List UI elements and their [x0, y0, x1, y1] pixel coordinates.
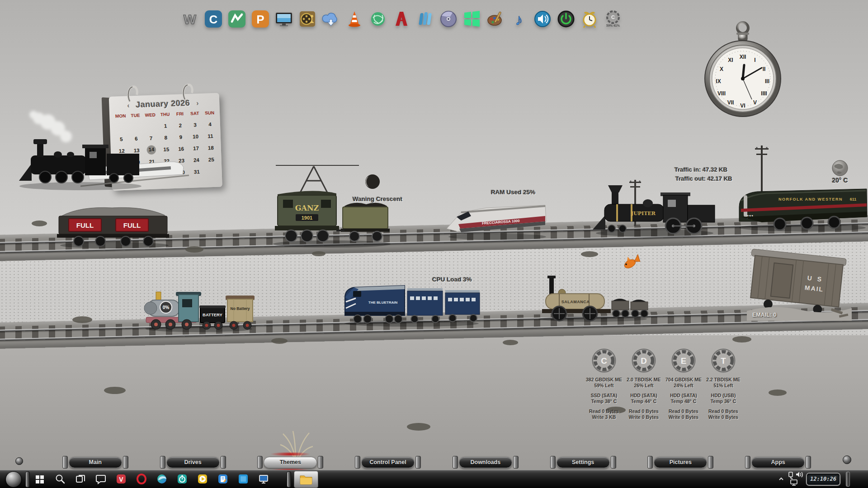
calendar-empty-cell	[204, 171, 219, 172]
pipe-cap	[318, 456, 323, 469]
music-note-icon[interactable]: ♪	[509, 9, 529, 29]
theme-button-pictures[interactable]: Pictures	[654, 457, 707, 468]
svg-text:611: 611	[850, 197, 857, 202]
norfolk-western-loco: 611 NORFOLK AND WESTERN 611	[735, 181, 868, 232]
theme-bar: MainDrivesThemesControl PanelDownloadsSe…	[0, 455, 868, 470]
theme-button-wrap: Downloads	[452, 456, 519, 469]
calendar-date[interactable]: 18	[203, 143, 219, 153]
disk-gauge-t[interactable]: T 2.2 TBDISK ME 51% Left HDD (USB) Temp …	[703, 347, 743, 420]
edge-icon[interactable]	[156, 474, 167, 484]
pipe-cap	[123, 456, 128, 469]
ram-usage-label: RAM Used 25%	[491, 189, 535, 196]
svg-text:C: C	[209, 13, 218, 26]
svg-text:THE BLUETRAIN: THE BLUETRAIN	[368, 300, 398, 305]
ganz-tender	[336, 203, 390, 241]
disk-ring-icon: C	[590, 347, 618, 374]
chat-icon[interactable]	[95, 474, 106, 484]
power-button-icon[interactable]	[556, 9, 576, 29]
metal-w-icon[interactable]: W	[180, 9, 200, 29]
theme-button-wrap: Themes	[256, 456, 324, 469]
calendar-next-button[interactable]: ›	[196, 99, 199, 107]
calendar-date[interactable]: 31	[189, 167, 205, 177]
drive-c-gauge-icon[interactable]: C 59% 41%	[603, 9, 623, 29]
pocket-watch-widget[interactable]: XIII IIIII IIIIV VIVII VIIIIX XXI	[702, 15, 783, 128]
stopwatch-icon[interactable]	[177, 474, 188, 484]
windows-start-icon[interactable]	[34, 474, 45, 484]
adobe-reader-icon[interactable]	[392, 9, 411, 29]
battery-train-widget[interactable]: 0% BATTERY No Battery	[142, 279, 255, 333]
pipe-cap	[806, 456, 811, 469]
svg-text:XI: XI	[728, 57, 733, 63]
theme-button-wrap: Main	[61, 456, 129, 469]
theme-button-downloads[interactable]: Downloads	[459, 457, 512, 468]
calendar-date[interactable]: 4	[203, 120, 218, 129]
svg-text:♪: ♪	[515, 11, 523, 28]
taskbar-divider	[25, 471, 30, 488]
corner-orb-button[interactable]	[843, 455, 851, 464]
film-reel-icon[interactable]	[297, 9, 317, 29]
calendar-date[interactable]: 25	[203, 155, 219, 164]
bush	[407, 423, 430, 431]
theme-button-themes[interactable]: Themes	[264, 457, 317, 468]
blue-waves-icon[interactable]	[415, 9, 435, 29]
disk-size-name: 2.2 TBDISK ME	[703, 377, 743, 383]
monitor-icon[interactable]	[274, 9, 294, 29]
vlc-cone-icon[interactable]	[344, 9, 364, 29]
alarm-clock-icon[interactable]	[580, 9, 599, 29]
calendar-date[interactable]: 11	[203, 131, 218, 141]
svg-text:VII: VII	[727, 99, 734, 106]
disk-temp: Temp 36° C	[703, 399, 743, 404]
paint-palette-icon[interactable]	[486, 9, 505, 29]
vivaldi-icon[interactable]: V	[116, 474, 127, 484]
remote-desktop-icon[interactable]	[258, 474, 269, 484]
theme-button-main[interactable]: Main	[69, 457, 122, 468]
battery-tender: BATTERY	[199, 305, 226, 329]
app-dock: W C P	[180, 7, 623, 31]
disk-gauge-e[interactable]: E 704 GBDISK ME 24% Left HDD (SATA) Temp…	[664, 347, 703, 420]
cloud-download-icon[interactable]	[321, 9, 341, 29]
disk-type: HDD (SATA)	[664, 393, 703, 399]
svg-text:VIII: VIII	[717, 90, 726, 97]
speaker-icon[interactable]	[533, 9, 552, 29]
disk-read: Read 0 Bytes	[664, 408, 703, 414]
taskbar: V	[0, 470, 868, 488]
svg-text:SALAMANCA: SALAMANCA	[561, 300, 590, 304]
windows-logo-icon[interactable]	[462, 9, 482, 29]
svg-text:IIII: IIII	[761, 90, 767, 97]
notes-icon[interactable]	[217, 474, 228, 484]
disk-gauge-d[interactable]: D 2.0 TBDISK ME 26% Left HDD (SATA) Temp…	[624, 347, 664, 420]
theme-button-wrap: Pictures	[646, 456, 714, 469]
dvd-disc-icon[interactable]	[439, 9, 458, 29]
search-icon[interactable]	[55, 474, 66, 484]
disk-type: SSD (SATA)	[584, 393, 624, 399]
svg-text:P: P	[256, 13, 264, 26]
orange-p-icon[interactable]: P	[250, 9, 270, 29]
theme-button-settings[interactable]: Settings	[557, 457, 610, 468]
disk-gauge-c[interactable]: C 382 GBDISK ME 59% Left SSD (SATA) Temp…	[584, 347, 624, 420]
opera-icon[interactable]	[136, 474, 147, 484]
tray-chevron-icon[interactable]	[778, 476, 784, 482]
passenger-car	[407, 288, 443, 323]
theme-button-drives[interactable]: Drives	[166, 457, 220, 468]
disk-ring-icon: T	[710, 347, 737, 374]
disk-free-percent: 24% Left	[664, 383, 703, 389]
start-orb-button[interactable]	[5, 471, 22, 488]
blue-app-icon[interactable]	[238, 474, 249, 484]
smoke-plume	[29, 111, 72, 142]
disk-write: Write 0 Bytes	[703, 414, 743, 420]
theme-button-apps[interactable]: Apps	[751, 457, 805, 468]
taskbar-clock[interactable]: 12:10:26 am	[807, 474, 840, 485]
bush	[185, 246, 203, 253]
theme-button-control-panel[interactable]: Control Panel	[361, 457, 415, 468]
green-knot-icon[interactable]	[368, 9, 388, 29]
green-wave-icon[interactable]	[227, 9, 247, 29]
svg-text:II: II	[763, 66, 766, 72]
tray-status-icons[interactable]	[787, 471, 804, 487]
show-desktop-button[interactable]	[846, 472, 850, 487]
blue-c-icon[interactable]: C	[203, 9, 223, 29]
media-player-icon[interactable]	[197, 474, 208, 484]
us-mail-car: U S MAIL	[747, 248, 852, 321]
task-view-icon[interactable]	[75, 474, 86, 484]
disk-ring-icon: D	[630, 347, 657, 374]
file-explorer-button[interactable]	[294, 471, 318, 488]
